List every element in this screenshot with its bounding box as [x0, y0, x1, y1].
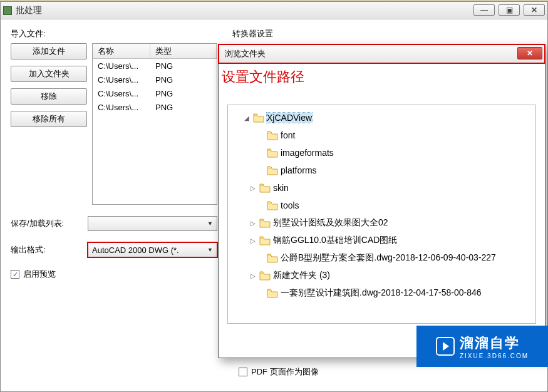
- tree-label: 公爵B型别墅方案全套图.dwg-2018-12-06-09-40-03-227: [281, 252, 496, 264]
- folder-tree[interactable]: ◢XjCADViewfontimageformatsplatforms▷skin…: [227, 105, 536, 324]
- preview-label: 启用预览: [23, 269, 56, 280]
- file-name-cell: C:\Users\...: [93, 89, 150, 98]
- table-row[interactable]: C:\Users\...PNG: [93, 73, 217, 86]
- tree-label: 别墅设计图纸及效果图大全02: [273, 217, 388, 229]
- tree-label: platforms: [281, 165, 317, 175]
- pdf-page-as-image-label: PDF 页面作为图像: [251, 366, 319, 378]
- file-name-cell: C:\Users\...: [93, 61, 150, 71]
- output-format-combo[interactable]: AutoCAD 2000 DWG (*. ▼: [88, 242, 217, 257]
- save-list-combo[interactable]: ▼: [88, 216, 217, 231]
- expand-icon[interactable]: ▷: [249, 185, 257, 192]
- titlebar: 批处理 — ▣ ✕: [1, 2, 547, 19]
- folder-icon: [259, 271, 271, 281]
- minimize-button[interactable]: —: [473, 4, 495, 16]
- tree-label: 一套别墅设计建筑图.dwg-2018-12-04-17-58-00-846: [281, 287, 482, 299]
- folder-icon: [259, 236, 271, 245]
- output-format-label: 输出格式:: [11, 244, 83, 255]
- file-type-cell: PNG: [150, 103, 217, 112]
- tree-label: 新建文件夹 (3): [273, 270, 330, 281]
- watermark: 溜溜自学 ZIXUE.3D66.COM: [416, 326, 548, 367]
- play-icon: [436, 337, 455, 356]
- tree-item[interactable]: platforms: [230, 162, 533, 179]
- dialog-close-button[interactable]: ✕: [517, 47, 542, 59]
- pdf-page-as-image-checkbox[interactable]: [239, 368, 247, 376]
- col-type-header[interactable]: 类型: [150, 44, 217, 58]
- tree-item[interactable]: tools: [230, 197, 533, 214]
- table-row[interactable]: C:\Users\...PNG: [93, 59, 217, 73]
- import-label: 导入文件:: [11, 28, 217, 39]
- maximize-button[interactable]: ▣: [499, 4, 520, 16]
- expand-icon[interactable]: ▷: [249, 237, 257, 244]
- folder-icon: [267, 254, 278, 263]
- expand-icon[interactable]: ▷: [249, 272, 257, 279]
- window-title: 批处理: [16, 5, 42, 16]
- app-icon: [3, 6, 12, 15]
- tree-item[interactable]: ▷别墅设计图纸及效果图大全02: [230, 214, 533, 232]
- folder-icon: [267, 201, 278, 210]
- file-name-cell: C:\Users\...: [93, 75, 150, 85]
- file-type-cell: PNG: [150, 75, 217, 85]
- tree-item[interactable]: ▷钢筋GGL10.0基础培训CAD图纸: [230, 232, 533, 249]
- file-name-cell: C:\Users\...: [93, 103, 150, 112]
- file-type-cell: PNG: [150, 61, 217, 71]
- tree-label: 钢筋GGL10.0基础培训CAD图纸: [273, 235, 397, 246]
- folder-icon: [267, 131, 278, 140]
- folder-icon: [267, 166, 278, 175]
- tree-item[interactable]: imageformats: [230, 144, 533, 162]
- tree-label: skin: [273, 183, 289, 193]
- add-folder-button[interactable]: 加入文件夹: [11, 66, 87, 82]
- expand-icon[interactable]: ▷: [249, 220, 257, 227]
- tree-item[interactable]: font: [230, 126, 533, 144]
- add-file-button[interactable]: 添加文件: [11, 43, 87, 59]
- chevron-down-icon: ▼: [207, 220, 213, 227]
- close-button[interactable]: ✕: [524, 4, 545, 16]
- folder-icon: [259, 183, 271, 193]
- tree-label: tools: [281, 200, 299, 210]
- output-format-value: AutoCAD 2000 DWG (*.: [92, 245, 179, 255]
- tree-item[interactable]: ▷新建文件夹 (3): [230, 267, 533, 284]
- table-row[interactable]: C:\Users\...PNG: [93, 86, 217, 100]
- folder-icon: [253, 113, 264, 123]
- preview-checkbox[interactable]: ✓: [11, 270, 19, 279]
- chevron-down-icon: ▼: [207, 247, 213, 253]
- remove-all-button[interactable]: 移除所有: [11, 111, 87, 127]
- folder-icon: [259, 219, 271, 228]
- remove-button[interactable]: 移除: [11, 88, 87, 105]
- folder-icon: [267, 148, 278, 158]
- tree-label: XjCADView: [267, 113, 312, 123]
- save-list-label: 保存/加载列表:: [11, 218, 83, 229]
- tree-item[interactable]: 一套别墅设计建筑图.dwg-2018-12-04-17-58-00-846: [230, 284, 533, 302]
- tree-item[interactable]: ◢XjCADView: [230, 109, 533, 126]
- col-name-header[interactable]: 名称: [93, 44, 150, 58]
- file-list[interactable]: 名称 类型 C:\Users\...PNGC:\Users\...PNGC:\U…: [92, 43, 217, 205]
- browse-dialog-title: 浏览文件夹 ✕: [219, 44, 545, 63]
- file-type-cell: PNG: [150, 89, 217, 98]
- browse-folder-dialog: 浏览文件夹 ✕ ◢XjCADViewfontimageformatsplatfo…: [218, 44, 545, 358]
- tree-item[interactable]: 公爵B型别墅方案全套图.dwg-2018-12-06-09-40-03-227: [230, 249, 533, 267]
- collapse-icon[interactable]: ◢: [243, 115, 251, 121]
- tree-item[interactable]: ▷skin: [230, 179, 533, 197]
- tree-label: imageformats: [281, 148, 334, 158]
- tree-label: font: [281, 130, 295, 140]
- converter-settings-label: 转换器设置: [232, 28, 537, 39]
- folder-icon: [267, 289, 278, 298]
- table-row[interactable]: C:\Users\...PNG: [93, 100, 217, 114]
